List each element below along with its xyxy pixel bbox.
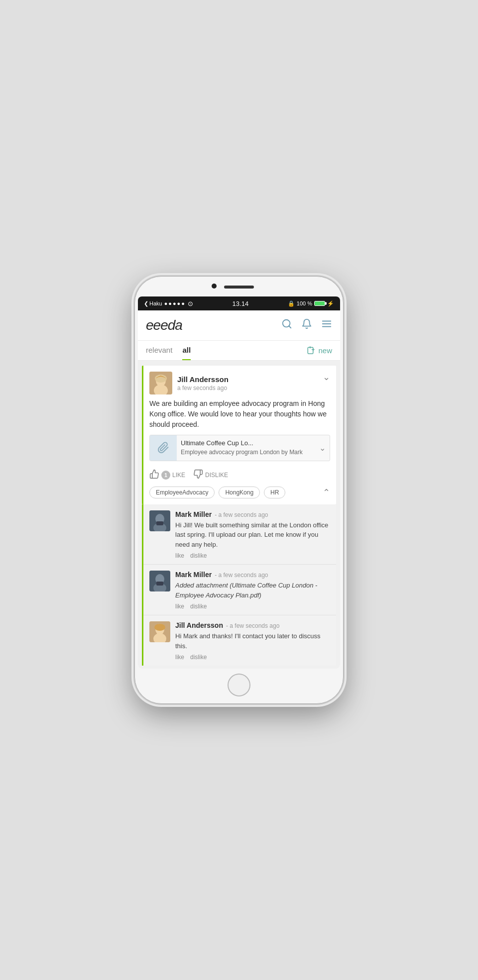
post-author-time: a few seconds ago bbox=[177, 385, 229, 392]
comment-1-text: Hi Jill! We built something similar at t… bbox=[175, 520, 330, 550]
tabs-bar: relevant all new bbox=[138, 341, 340, 361]
svg-rect-5 bbox=[308, 347, 314, 354]
tab-all[interactable]: all bbox=[182, 346, 191, 360]
comment-1-like[interactable]: like bbox=[175, 552, 184, 559]
comment-2-content: Mark Miller - a few seconds ago Added at… bbox=[175, 571, 330, 610]
attachment-info: Ultimate Coffee Cup Lo... Employee advoc… bbox=[177, 435, 319, 461]
battery-bar bbox=[314, 301, 325, 306]
tabs-left: relevant all bbox=[146, 346, 191, 360]
comments-collapse-icon[interactable]: ⌃ bbox=[323, 487, 330, 498]
like-button[interactable]: 1 LIKE bbox=[149, 469, 185, 482]
svg-point-23 bbox=[154, 624, 165, 631]
tag-hr[interactable]: HR bbox=[264, 487, 285, 498]
post-tags: EmployeeAdvocacy HongKong HR ⌃ bbox=[143, 487, 336, 504]
status-left: ❮ Haku ●●●●● ⊙ bbox=[144, 300, 193, 307]
thumbs-down-icon bbox=[193, 469, 203, 482]
comment-3-like[interactable]: like bbox=[175, 654, 184, 661]
wifi-icon: ⊙ bbox=[188, 300, 193, 307]
comment-2-author-line: Mark Miller - a few seconds ago bbox=[175, 571, 330, 579]
mark-avatar-2 bbox=[149, 571, 170, 591]
post-card: Jill Andersson a few seconds ago ⌄ We ar… bbox=[142, 366, 336, 504]
like-count: 1 bbox=[161, 471, 170, 480]
back-chevron-icon: ❮ bbox=[144, 300, 148, 307]
jill-avatar-small bbox=[149, 621, 170, 642]
comment-3-author-line: Jill Andersson - a few seconds ago bbox=[175, 621, 330, 629]
comment-3-actions: like dislike bbox=[175, 654, 330, 661]
home-button[interactable] bbox=[228, 674, 250, 696]
menu-icon[interactable] bbox=[321, 318, 332, 332]
battery-pct: 100 % bbox=[297, 300, 312, 306]
status-time: 13.14 bbox=[233, 300, 249, 307]
post-author-avatar bbox=[149, 372, 172, 394]
search-icon[interactable] bbox=[281, 318, 292, 332]
comment-1-avatar bbox=[149, 510, 170, 531]
jill-avatar-img bbox=[149, 372, 172, 394]
app-logo: eeeda bbox=[146, 317, 182, 333]
back-label: Haku bbox=[149, 300, 162, 306]
comment-3-author: Jill Andersson bbox=[175, 621, 223, 629]
dislike-button[interactable]: DISLIKE bbox=[193, 469, 228, 482]
comment-2-like[interactable]: like bbox=[175, 603, 184, 610]
svg-rect-20 bbox=[156, 582, 163, 586]
attachment-icon bbox=[150, 435, 177, 461]
comment-2-time: - a few seconds ago bbox=[215, 572, 268, 579]
comment-2-avatar bbox=[149, 571, 170, 591]
thumbs-up-icon bbox=[149, 469, 159, 482]
comment-1-author-line: Mark Miller - a few seconds ago bbox=[175, 510, 330, 518]
comment-2-dislike[interactable]: dislike bbox=[190, 603, 207, 610]
speaker bbox=[224, 286, 254, 289]
comment-3-avatar bbox=[149, 621, 170, 642]
dislike-label: DISLIKE bbox=[205, 472, 228, 479]
charging-icon: ⚡ bbox=[327, 300, 334, 307]
phone-frame: ❮ Haku ●●●●● ⊙ 13.14 🔒 100 % ⚡ eeeda bbox=[134, 276, 344, 704]
comment-1-content: Mark Miller - a few seconds ago Hi Jill!… bbox=[175, 510, 330, 560]
attachment-subtitle: Employee advocacy program London by Mark bbox=[181, 448, 315, 457]
mark-avatar-1 bbox=[149, 510, 170, 531]
app-header: eeeda bbox=[138, 310, 340, 341]
camera bbox=[212, 284, 217, 289]
comment-1-dislike[interactable]: dislike bbox=[190, 552, 207, 559]
comment-2-actions: like dislike bbox=[175, 603, 330, 610]
post-author-name: Jill Andersson bbox=[177, 375, 229, 384]
comment-1-actions: like dislike bbox=[175, 552, 330, 559]
tab-relevant[interactable]: relevant bbox=[146, 346, 172, 360]
comment-2-author: Mark Miller bbox=[175, 571, 212, 579]
back-nav[interactable]: ❮ Haku bbox=[144, 300, 162, 307]
svg-rect-16 bbox=[156, 521, 163, 525]
comment-3: Jill Andersson - a few seconds ago Hi Ma… bbox=[143, 615, 336, 666]
tag-employeeadvocacy[interactable]: EmployeeAdvocacy bbox=[149, 487, 215, 498]
header-icons bbox=[281, 318, 332, 332]
post-collapse-icon[interactable]: ⌄ bbox=[323, 372, 330, 383]
comment-1: Mark Miller - a few seconds ago Hi Jill!… bbox=[143, 504, 336, 565]
post-actions: 1 LIKE DISLIKE bbox=[143, 466, 336, 487]
post-body: We are building an employee advocacy pro… bbox=[143, 398, 336, 435]
attachment-title: Ultimate Coffee Cup Lo... bbox=[181, 439, 315, 447]
post-author-details: Jill Andersson a few seconds ago bbox=[177, 375, 229, 392]
comment-1-author: Mark Miller bbox=[175, 510, 212, 518]
svg-line-1 bbox=[289, 326, 291, 328]
status-bar: ❮ Haku ●●●●● ⊙ 13.14 🔒 100 % ⚡ bbox=[138, 296, 340, 310]
feed: Jill Andersson a few seconds ago ⌄ We ar… bbox=[138, 361, 340, 669]
comment-2-text: Added attachment (Ultimate Coffee Cup Lo… bbox=[175, 581, 330, 600]
comment-3-dislike[interactable]: dislike bbox=[190, 654, 207, 661]
battery-fill bbox=[315, 301, 325, 305]
post-attachment[interactable]: Ultimate Coffee Cup Lo... Employee advoc… bbox=[149, 435, 330, 461]
comment-3-text: Hi Mark and thanks! I'll contact you lat… bbox=[175, 631, 330, 651]
new-button-label: new bbox=[318, 346, 332, 355]
comment-2: Mark Miller - a few seconds ago Added at… bbox=[143, 565, 336, 615]
new-button[interactable]: new bbox=[307, 346, 332, 360]
lock-icon: 🔒 bbox=[288, 300, 295, 307]
phone-screen: ❮ Haku ●●●●● ⊙ 13.14 🔒 100 % ⚡ eeeda bbox=[138, 296, 340, 669]
bell-icon[interactable] bbox=[301, 318, 312, 332]
signal-dots: ●●●●● bbox=[164, 300, 186, 306]
attachment-chevron-icon: ⌄ bbox=[319, 435, 330, 461]
comment-3-time: - a few seconds ago bbox=[226, 622, 279, 629]
comments-section: Mark Miller - a few seconds ago Hi Jill!… bbox=[142, 504, 336, 666]
like-label: LIKE bbox=[172, 472, 185, 479]
tag-hongkong[interactable]: HongKong bbox=[219, 487, 260, 498]
post-author-info: Jill Andersson a few seconds ago bbox=[149, 372, 229, 394]
status-right: 🔒 100 % ⚡ bbox=[288, 300, 334, 307]
comment-3-content: Jill Andersson - a few seconds ago Hi Ma… bbox=[175, 621, 330, 661]
comment-1-time: - a few seconds ago bbox=[215, 511, 268, 518]
post-header: Jill Andersson a few seconds ago ⌄ bbox=[143, 366, 336, 398]
